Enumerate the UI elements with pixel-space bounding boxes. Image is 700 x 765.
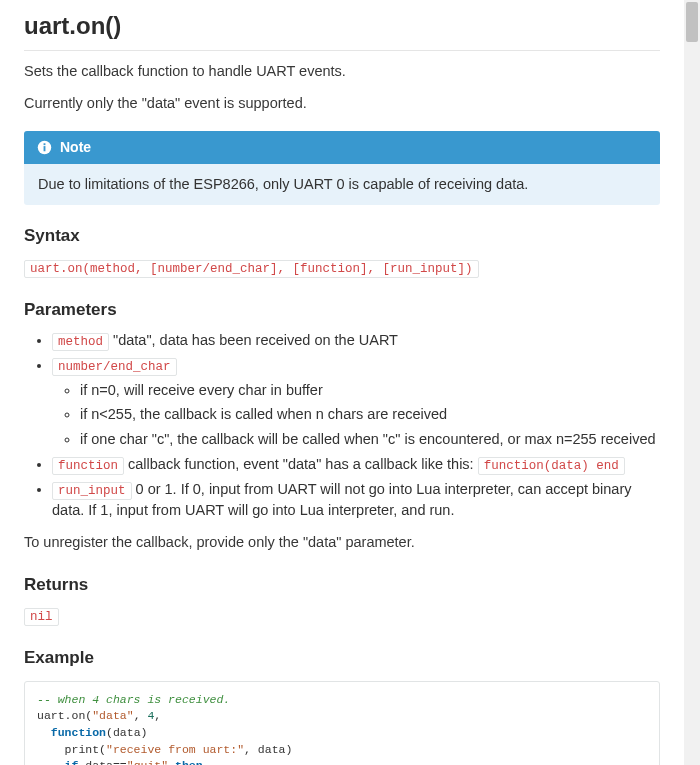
param-function-desc: callback function, event "data" has a ca… — [124, 456, 478, 472]
scrollbar-thumb[interactable] — [686, 2, 698, 42]
returns-code: nil — [24, 608, 59, 626]
param-runinput-desc: 0 or 1. If 0, input from UART will not g… — [52, 481, 632, 519]
returns-heading: Returns — [24, 572, 660, 598]
syntax-heading: Syntax — [24, 223, 660, 249]
parameters-heading: Parameters — [24, 297, 660, 323]
list-item: number/end_char if n=0, will receive eve… — [52, 355, 660, 451]
param-function-tailcode: function(data) end — [478, 457, 625, 475]
intro-paragraph-2: Currently only the "data" event is suppo… — [24, 93, 660, 115]
intro-paragraph-1: Sets the callback function to handle UAR… — [24, 61, 660, 83]
svg-rect-2 — [43, 143, 45, 145]
example-heading: Example — [24, 645, 660, 671]
list-item: function callback function, event "data"… — [52, 454, 660, 476]
parameters-sublist: if n=0, will receive every char in buffe… — [52, 380, 660, 451]
param-function-code: function — [52, 457, 124, 475]
list-item: if n=0, will receive every char in buffe… — [80, 380, 660, 402]
note-body: Due to limitations of the ESP8266, only … — [24, 164, 660, 206]
list-item: if n<255, the callback is called when n … — [80, 404, 660, 426]
list-item: if one char "c", the callback will be ca… — [80, 429, 660, 451]
param-runinput-code: run_input — [52, 482, 132, 500]
parameters-list: method "data", data has been received on… — [24, 330, 660, 522]
info-icon — [36, 139, 52, 155]
note-label: Note — [60, 137, 91, 158]
scrollbar-track[interactable] — [684, 0, 700, 765]
page-title: uart.on() — [24, 8, 660, 51]
unregister-note: To unregister the callback, provide only… — [24, 532, 660, 554]
param-method-code: method — [52, 333, 109, 351]
syntax-code: uart.on(method, [number/end_char], [func… — [24, 260, 479, 278]
doc-content: uart.on() Sets the callback function to … — [0, 8, 684, 765]
list-item: method "data", data has been received on… — [52, 330, 660, 352]
svg-rect-1 — [43, 146, 45, 151]
list-item: run_input 0 or 1. If 0, input from UART … — [52, 479, 660, 523]
param-numend-code: number/end_char — [52, 358, 177, 376]
param-method-desc: "data", data has been received on the UA… — [109, 332, 398, 348]
note-title-bar: Note — [24, 131, 660, 164]
note-admonition: Note Due to limitations of the ESP8266, … — [24, 131, 660, 206]
example-code-block: -- when 4 chars is received. uart.on("da… — [24, 681, 660, 766]
